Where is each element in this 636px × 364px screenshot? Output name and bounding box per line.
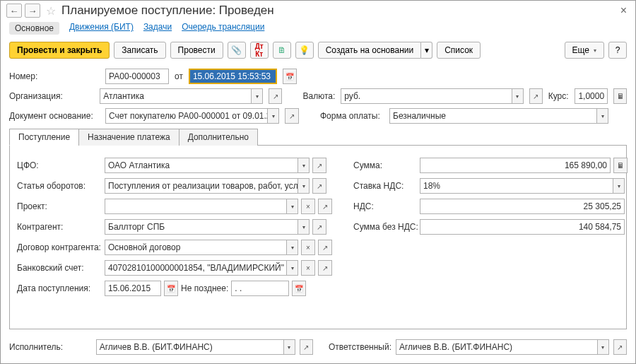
main-tab-osnovnoe[interactable]: Основное [9, 22, 59, 35]
sub-tabbar: Поступление Назначение платежа Дополните… [9, 128, 627, 146]
turnover-combo[interactable]: Поступления от реализации товаров, работ… [105, 178, 310, 194]
dropdown-icon[interactable]: ▾ [298, 179, 309, 193]
dropdown-icon[interactable]: ▾ [283, 340, 295, 354]
counterparty-open-button[interactable]: ↗ [312, 219, 326, 235]
bank-combo[interactable]: 40702810100000001854, "ВЛАДИМИРСКИЙ" ФБ … [105, 260, 298, 276]
help-button[interactable]: ? [608, 42, 627, 59]
sum-calc-button[interactable]: 🖩 [613, 158, 628, 173]
cfo-value: ОАО Атлантика [105, 158, 298, 172]
sum-wo-vat-input[interactable]: 140 584,75 [420, 219, 625, 235]
responsible-open-button[interactable]: ↗ [613, 339, 628, 355]
list-button[interactable]: Список [437, 42, 481, 59]
executor-value: Агличев В.В. (БИТ.ФИНАНС) [97, 340, 283, 354]
dropdown-icon[interactable]: ▾ [286, 240, 298, 254]
tab-content: ЦФО: ОАО Атлантика ▾ ↗ Статья оборотов: … [9, 146, 627, 329]
rate-calc-button[interactable]: 🖩 [613, 88, 627, 104]
currency-value: руб. [341, 89, 511, 103]
dropdown-icon[interactable]: ▾ [267, 109, 278, 123]
dropdown-icon[interactable]: ▾ [298, 158, 309, 172]
date-input[interactable]: 15.06.2015 15:53:53 [189, 69, 277, 84]
receipt-date-picker[interactable]: 📅 [164, 281, 178, 296]
executor-combo[interactable]: Агличев В.В. (БИТ.ФИНАНС) ▾ [96, 339, 295, 355]
dropdown-icon[interactable]: ▾ [597, 340, 608, 354]
base-doc-value: Счет покупателю РА00-000001 от 09.01.201… [106, 109, 267, 123]
executor-open-button[interactable]: ↗ [300, 339, 314, 355]
counterparty-combo[interactable]: Баллторг СПБ ▾ [105, 219, 310, 235]
dropdown-icon[interactable]: ▾ [286, 199, 298, 213]
nav-forward-button[interactable]: → [25, 4, 40, 18]
post-button[interactable]: Провести [170, 42, 223, 59]
project-open-button[interactable]: ↗ [318, 199, 332, 214]
counterparty-value: Баллторг СПБ [105, 220, 298, 234]
sum-input[interactable]: 165 890,00 [420, 158, 611, 173]
payform-combo[interactable]: Безналичные ▾ [389, 108, 608, 124]
subtab-receipt[interactable]: Поступление [9, 129, 79, 146]
responsible-combo[interactable]: Агличев В.В. (БИТ.ФИНАНС) ▾ [396, 339, 609, 355]
dropdown-icon[interactable]: ▾ [596, 109, 608, 123]
vat-input[interactable]: 25 305,25 [420, 199, 625, 214]
dtkt-button[interactable]: Дт Кт [250, 42, 269, 59]
titlebar: ← → ☆ Планируемое поступление: Проведен … [1, 1, 635, 19]
contract-combo[interactable]: Основной договор ▾ [105, 240, 298, 255]
nav-back-button[interactable]: ← [6, 4, 22, 18]
rate-input[interactable]: 1,0000 [575, 88, 608, 104]
not-later-input[interactable]: . . [231, 281, 289, 296]
lightbulb-icon [299, 45, 310, 55]
org-value: Атлантика [100, 89, 251, 103]
cfo-open-button[interactable]: ↗ [312, 158, 326, 173]
bank-value: 40702810100000001854, "ВЛАДИМИРСКИЙ" ФБ … [105, 261, 286, 275]
write-button[interactable]: Записать [114, 42, 165, 59]
dropdown-icon[interactable]: ▾ [512, 89, 523, 103]
cfo-label: ЦФО: [17, 160, 102, 170]
sum-wo-vat-label: Сумма без НДС: [353, 222, 417, 232]
close-icon[interactable]: × [618, 4, 630, 17]
vat-rate-combo[interactable]: 18% ▾ [420, 178, 625, 194]
org-open-button[interactable]: ↗ [269, 88, 282, 104]
bank-clear-button[interactable]: × [301, 260, 315, 276]
turnover-value: Поступления от реализации товаров, работ… [105, 179, 298, 193]
create-based-group: Создать на основании ▾ [318, 42, 433, 59]
subtab-additional[interactable]: Дополнительно [179, 129, 258, 146]
idea-button[interactable] [295, 42, 314, 59]
base-doc-combo[interactable]: Счет покупателю РА00-000001 от 09.01.201… [105, 108, 279, 124]
turnover-label: Статья оборотов: [17, 181, 102, 191]
bank-label: Банковский счет: [17, 263, 102, 273]
currency-combo[interactable]: руб. ▾ [341, 88, 523, 104]
turnover-open-button[interactable]: ↗ [312, 178, 326, 194]
attach-button[interactable] [228, 42, 246, 59]
dropdown-icon[interactable]: ▾ [613, 179, 624, 193]
contract-open-button[interactable]: ↗ [318, 240, 332, 255]
main-tab-tasks[interactable]: Задачи [143, 22, 172, 35]
org-combo[interactable]: Атлантика ▾ [100, 88, 263, 104]
responsible-label: Ответственный: [329, 342, 391, 352]
header-form: Номер: РА00-000003 от 15.06.2015 15:53:5… [1, 69, 635, 329]
more-button[interactable]: Еще [565, 42, 604, 59]
report-button[interactable] [273, 42, 291, 59]
not-later-picker[interactable]: 📅 [292, 281, 306, 296]
main-tab-queue[interactable]: Очередь трансляции [182, 22, 264, 35]
receipt-date-input[interactable]: 15.06.2015 [105, 281, 161, 296]
date-picker-button[interactable]: 📅 [283, 69, 297, 84]
cfo-combo[interactable]: ОАО Атлантика ▾ [105, 158, 310, 173]
subtab-payment-purpose[interactable]: Назначение платежа [78, 129, 179, 146]
project-combo[interactable]: ▾ [105, 199, 298, 214]
currency-open-button[interactable]: ↗ [529, 88, 543, 104]
project-clear-button[interactable]: × [301, 199, 315, 214]
number-input[interactable]: РА00-000003 [105, 69, 169, 84]
bank-open-button[interactable]: ↗ [318, 260, 332, 276]
post-and-close-button[interactable]: Провести и закрыть [9, 42, 110, 59]
create-based-dropdown[interactable]: ▾ [421, 42, 432, 59]
project-value [105, 199, 286, 213]
favorite-star-icon[interactable]: ☆ [46, 4, 56, 18]
counterparty-label: Контрагент: [17, 222, 102, 232]
dtkt-icon: Дт Кт [251, 42, 268, 58]
main-tab-movements[interactable]: Движения (БИТ) [69, 22, 134, 35]
project-label: Проект: [17, 201, 102, 211]
base-doc-open-button[interactable]: ↗ [285, 108, 299, 124]
dropdown-icon[interactable]: ▾ [298, 220, 309, 234]
create-based-button[interactable]: Создать на основании [318, 42, 422, 59]
dropdown-icon[interactable]: ▾ [251, 89, 262, 103]
vat-label: НДС: [353, 201, 417, 211]
contract-clear-button[interactable]: × [301, 240, 315, 255]
dropdown-icon[interactable]: ▾ [286, 261, 298, 275]
